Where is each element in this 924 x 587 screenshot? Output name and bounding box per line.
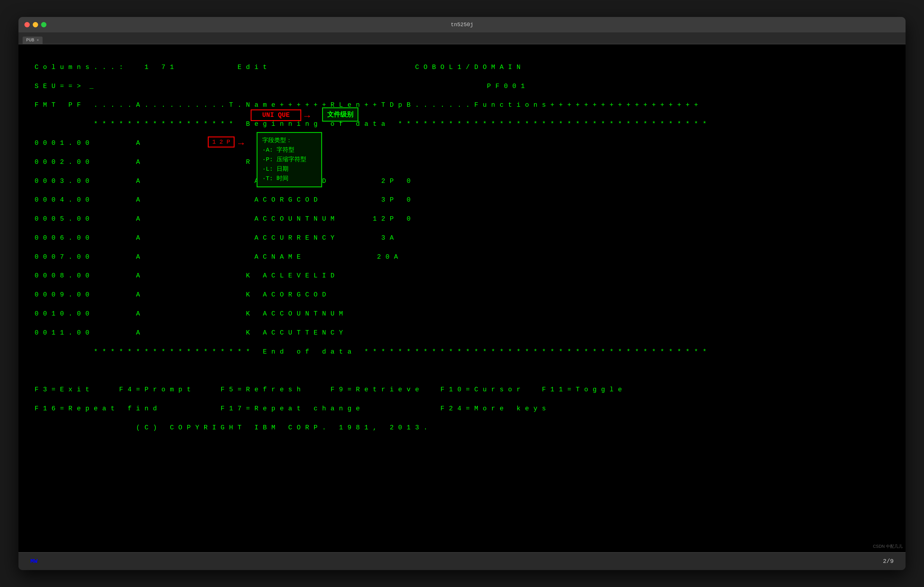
main-window: tn5250j PUB × C o l u m n s . . . : 1 7 …	[18, 17, 906, 570]
field-type-title: 字段类型：	[262, 136, 317, 145]
field-type-annotation-box: 字段类型： ·A: 字符型 ·P: 压缩字符型 ·L: 日期 ·T: 时间	[257, 132, 322, 187]
titlebar: tn5250j	[18, 17, 906, 33]
unique-annotation-box: UNI QUE	[251, 109, 301, 121]
line-0008: 0 0 0 8 . 0 0 A K A C L E V E L I D	[30, 272, 335, 280]
tab-label: PUB	[26, 38, 34, 43]
watermark: CSDN 中配几儿	[873, 544, 903, 549]
red-box-label: 1 2 P	[212, 138, 230, 145]
line-0001: 0 0 0 1 . 0 0 A	[30, 140, 140, 147]
field-type-p: ·P: 压缩字符型	[262, 155, 317, 164]
tab-bar: PUB ×	[18, 33, 906, 44]
bottom-page-label: 2/9	[883, 558, 894, 565]
wenjijijie-box: 文件级别	[322, 107, 358, 122]
terminal-content: C o l u m n s . . . : 1 7 1 E d i t C O …	[30, 53, 894, 442]
arrow-unique-to-wenjijijie: →	[304, 111, 310, 122]
field-type-a: ·A: 字符型	[262, 145, 317, 155]
line-end: * * * * * * * * * * * * * * * * * * * E …	[30, 348, 707, 356]
line-0009: 0 0 0 9 . 0 0 A K A C O R G C O D	[30, 291, 326, 299]
field-type-12p-box: 1 2 P	[208, 136, 234, 148]
field-type-l: ·L: 日期	[262, 164, 317, 174]
line-0006: 0 0 0 6 . 0 0 A A C C U R R E N C Y 3 A	[30, 234, 394, 242]
line-fmt: F M T P F . . . . . A . . . . . . . . . …	[30, 101, 698, 109]
tab-pub[interactable]: PUB ×	[23, 36, 43, 44]
tab-close-button[interactable]: ×	[36, 38, 39, 43]
window-title: tn5250j	[451, 22, 473, 28]
line-0003: 0 0 0 3 . 0 0 A A C L E V E L I D 2 P 0	[30, 178, 411, 185]
line-func2: F 1 6 = R e p e a t f i n d F 1 7 = R e …	[30, 405, 546, 413]
unique-label: UNI QUE	[262, 112, 290, 119]
line-columns: C o l u m n s . . . : 1 7 1 E d i t C O …	[30, 64, 521, 71]
arrow-12p-to-fieldtype: →	[238, 138, 244, 149]
window-controls	[25, 22, 46, 27]
maximize-button[interactable]	[41, 22, 46, 27]
line-0011: 0 0 1 1 . 0 0 A K A C C U T T E N C Y	[30, 329, 343, 337]
bottom-bar: MW 2/9	[18, 552, 906, 570]
minimize-button[interactable]	[33, 22, 38, 27]
wenjijijie-label: 文件级别	[327, 111, 353, 118]
line-func1: F 3 = E x i t F 4 = P r o m p t F 5 = R …	[30, 386, 622, 393]
bottom-mw-label: MW	[30, 558, 38, 565]
field-type-t: ·T: 时间	[262, 174, 317, 184]
terminal-area: C o l u m n s . . . : 1 7 1 E d i t C O …	[18, 44, 906, 552]
line-0010: 0 0 1 0 . 0 0 A K A C C O U N T N U M	[30, 310, 343, 317]
line-beginning: * * * * * * * * * * * * * * * * * B e g …	[30, 120, 707, 128]
line-copyright: ( C ) C O P Y R I G H T I B M C O R P . …	[30, 424, 428, 431]
close-button[interactable]	[25, 22, 30, 27]
line-seu: S E U = = > _ P F 0 0 1	[30, 83, 525, 90]
line-0004: 0 0 0 4 . 0 0 A A C O R G C O D 3 P 0	[30, 196, 411, 204]
line-0007: 0 0 0 7 . 0 0 A A C N A M E 2 0 A	[30, 253, 398, 261]
line-0005: 0 0 0 5 . 0 0 A A C C O U N T N U M 1 2 …	[30, 215, 411, 223]
